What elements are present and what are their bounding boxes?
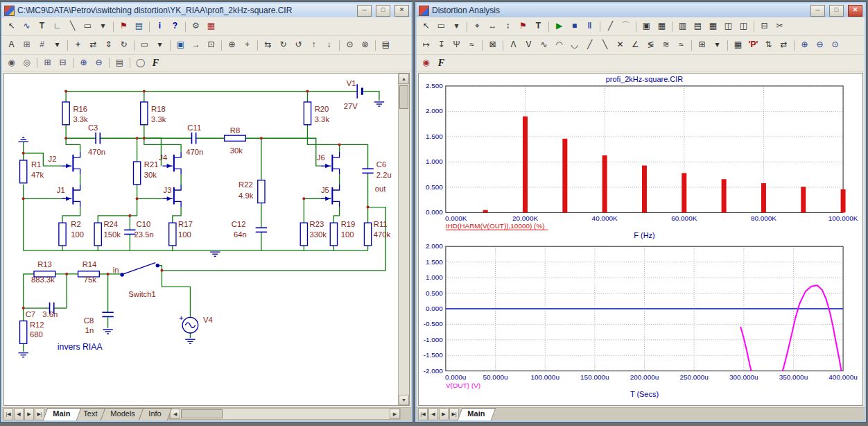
rise-button[interactable]: ╱ — [582, 38, 597, 52]
wire-tool-button[interactable]: ∿ — [19, 19, 34, 33]
harmonic-bar[interactable] — [523, 117, 528, 213]
rotate-button[interactable]: ↻ — [116, 38, 131, 52]
slope-button[interactable]: ∠ — [628, 38, 643, 52]
component-R18[interactable] — [141, 102, 148, 125]
shape-tools-dropdown[interactable]: ▾ — [96, 19, 110, 33]
wire[interactable] — [307, 125, 367, 169]
components-button[interactable]: ▭ — [434, 19, 449, 33]
wire[interactable] — [362, 92, 379, 101]
overlay-button[interactable]: ◫ — [736, 19, 751, 33]
flip-horizontal-button[interactable]: ⇄ — [86, 38, 101, 52]
wire[interactable] — [98, 185, 137, 223]
box-select-button[interactable]: ▭ — [137, 38, 152, 52]
pin-names-button[interactable]: ⊞ — [19, 38, 34, 52]
go-to-y-button[interactable]: ↧ — [434, 38, 449, 52]
symbol-gnd[interactable] — [18, 353, 28, 357]
component-J2[interactable] — [62, 152, 80, 175]
harmonic-bar[interactable] — [761, 183, 766, 212]
component-R2[interactable] — [59, 223, 66, 246]
component-V4[interactable] — [182, 317, 198, 333]
notes-dropdown[interactable]: ▾ — [710, 38, 724, 52]
harmonic-bar[interactable] — [841, 189, 846, 213]
font-button[interactable]: F — [148, 56, 163, 70]
arc-tool-button[interactable]: ⌒ — [618, 19, 633, 33]
select-tool-button[interactable]: ↖ — [419, 19, 433, 33]
wire[interactable] — [245, 138, 321, 166]
grid-dropdown[interactable]: ▾ — [153, 38, 167, 52]
text-tool-button[interactable]: T — [35, 19, 49, 33]
next-peak-button[interactable]: Λ — [506, 38, 521, 52]
component-Switch1[interactable] — [121, 263, 159, 276]
harmonic-bar[interactable] — [682, 173, 686, 212]
next-valley-button[interactable]: V — [521, 38, 536, 52]
zoom-out-button[interactable]: ⊖ — [92, 56, 106, 70]
tab-main[interactable]: Main — [458, 408, 496, 420]
component-R12[interactable] — [20, 321, 27, 344]
power-label-button[interactable]: 'P' — [746, 38, 761, 52]
zoom-fit-button[interactable]: ⊙ — [828, 38, 842, 52]
vertical-scrollbar[interactable]: ▲ ▼ — [398, 74, 409, 405]
symbol-gnd_up[interactable] — [18, 137, 28, 142]
mirror-button[interactable]: ⇆ — [261, 38, 275, 52]
component-R22[interactable] — [258, 180, 265, 203]
swap-plots-button[interactable]: ⇄ — [776, 38, 791, 52]
wire[interactable] — [333, 207, 339, 223]
go-to-x-button[interactable]: ↦ — [419, 38, 433, 52]
picture-tool-button[interactable]: ▤ — [132, 19, 146, 33]
vertical-plots-button[interactable]: ▦ — [706, 19, 720, 33]
maximize-button[interactable]: □ — [829, 5, 844, 17]
symbol-gnd[interactable] — [103, 330, 112, 334]
wave-button[interactable]: ∿ — [537, 38, 551, 52]
data-points-button[interactable]: ▦ — [731, 38, 745, 52]
stop-button[interactable]: ■ — [567, 19, 582, 33]
copy-page-button[interactable]: ⊟ — [55, 56, 70, 70]
text-attributes-button[interactable]: A — [4, 38, 19, 52]
rotate-ccw-button[interactable]: ↺ — [291, 38, 306, 52]
text-tool-button[interactable]: T — [531, 19, 546, 33]
tag-button[interactable]: ⚑ — [516, 19, 530, 33]
component-R1[interactable] — [20, 160, 27, 183]
font-button[interactable]: F — [434, 56, 449, 70]
horizontal-plots-button[interactable]: ▤ — [691, 19, 705, 33]
preferences-button[interactable]: ⚙ — [189, 19, 203, 33]
notes-button[interactable]: ⊞ — [695, 38, 709, 52]
options-circle-button[interactable]: ◉ — [419, 56, 433, 70]
tab-main[interactable]: Main — [43, 408, 82, 420]
wire[interactable] — [162, 207, 385, 271]
go-to-button[interactable]: → — [189, 38, 203, 52]
fall-button[interactable]: ╲ — [598, 38, 612, 52]
rotate-cw-button[interactable]: ↻ — [276, 38, 290, 52]
slide-button[interactable]: ▤ — [112, 56, 127, 70]
line-series-label[interactable]: V(OUT) (V) — [446, 382, 480, 389]
measure-horizontal-button[interactable]: ↔ — [485, 19, 500, 33]
symbol-gnd[interactable] — [210, 252, 220, 256]
flag-tool-button[interactable]: ⚑ — [116, 19, 131, 33]
help-circle-button[interactable]: ◉ — [4, 56, 19, 70]
close-button[interactable]: ✕ — [848, 5, 862, 17]
negate-button[interactable]: ⊠ — [485, 38, 500, 52]
crosshair-button[interactable]: + — [240, 38, 254, 52]
run-button[interactable]: ▶ — [552, 19, 566, 33]
component-C3[interactable] — [96, 133, 100, 144]
cursor-mode-button[interactable]: ⌖ — [470, 19, 485, 33]
stacked-plots-button[interactable]: ▥ — [675, 19, 690, 33]
component-C11[interactable] — [191, 133, 196, 144]
top-button[interactable]: ◠ — [552, 38, 566, 52]
info-mode-button[interactable]: i — [153, 19, 167, 33]
harmonic-bar[interactable] — [483, 210, 488, 213]
horizontal-scrollbar[interactable]: ◀▶ — [169, 408, 401, 420]
prev-tab-button[interactable]: ◀ — [428, 408, 438, 420]
zoom-in-button[interactable]: ⊕ — [797, 38, 812, 52]
next-tab-button[interactable]: ▶ — [439, 408, 449, 420]
zoom-in-button[interactable]: ⊕ — [76, 56, 91, 70]
swap-xy-button[interactable]: ⇅ — [761, 38, 776, 52]
mode-circle-button[interactable]: ◯ — [133, 56, 148, 70]
minimize-button[interactable]: ─ — [810, 5, 825, 17]
bottom-button[interactable]: ◡ — [567, 38, 582, 52]
component-R16[interactable] — [62, 102, 69, 125]
inflection-button[interactable]: ≶ — [643, 38, 658, 52]
component-C12[interactable] — [256, 228, 267, 232]
select-tool-button[interactable]: ↖ — [4, 19, 19, 33]
component-C8[interactable] — [102, 312, 113, 316]
diagonal-line-tool-button[interactable]: ╲ — [65, 19, 80, 33]
